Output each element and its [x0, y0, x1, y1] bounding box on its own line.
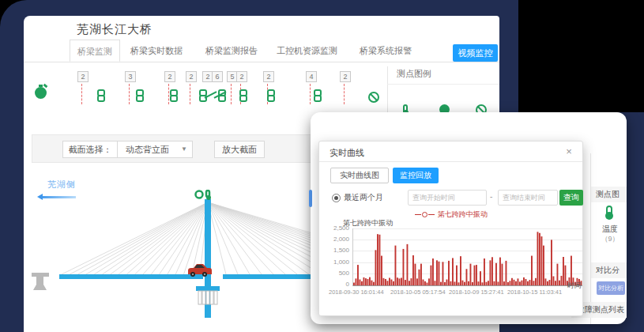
- recent-two-months-radio[interactable]: [332, 194, 341, 202]
- sensor-marker-line: [190, 84, 190, 104]
- chain-sensor-icon[interactable]: [239, 89, 247, 102]
- y-axis-tick: 1,500: [322, 247, 349, 254]
- legend-label: 第七跨跨中振动: [438, 210, 488, 218]
- section-dropdown-value: 动态背立面: [126, 145, 169, 154]
- chain-sensor-icon[interactable]: [267, 89, 275, 102]
- panel-divider: [387, 66, 388, 112]
- query-start-time-input[interactable]: [408, 190, 487, 206]
- playback-tab[interactable]: 监控回放: [393, 168, 439, 183]
- anemometer-icon[interactable]: [35, 87, 47, 99]
- x-axis-tick: 2018-10-09 15:27:41: [449, 289, 510, 296]
- bridge-deck-left: [59, 274, 203, 279]
- tab-bridge-monitor[interactable]: 桥梁监测: [70, 40, 120, 62]
- sensor-count-badge: 6: [212, 71, 223, 82]
- x-axis-title: 时间: [567, 281, 582, 291]
- sensor-marker-line: [231, 84, 232, 104]
- query-end-time-input[interactable]: [498, 190, 558, 206]
- bridge-pier-cap: [196, 286, 220, 291]
- sensor-marker-line: [168, 84, 169, 104]
- temperature-label: 温度: [600, 224, 620, 235]
- chain-sensor-icon[interactable]: [136, 89, 144, 102]
- sensor-marker-line: [81, 84, 82, 104]
- sensor-count-badge: 4: [306, 71, 317, 82]
- date-range-separator: -: [490, 192, 492, 201]
- chart-bars: [353, 228, 582, 285]
- tab-system-alarm[interactable]: 桥梁系统报警: [360, 40, 412, 62]
- sensor-count-badge: 2: [186, 71, 197, 82]
- chevron-down-icon: ▼: [181, 141, 187, 157]
- legend-marker-icon: [422, 212, 427, 217]
- sensor-count-badge: 3: [125, 71, 136, 82]
- tab-bar: 桥梁监测 桥梁实时数据 桥梁监测报告 工控机资源监测 桥梁系统报警 视频监控: [24, 40, 499, 62]
- realtime-curve-modal: 实时曲线 × 实时曲线图 监控回放 最近两个月 - 查询 第七跨跨中振动 第七跨…: [318, 141, 583, 316]
- no-entry-icon[interactable]: [368, 92, 379, 103]
- sensor-marker-line: [344, 84, 345, 104]
- tab-realtime-data[interactable]: 桥梁实时数据: [130, 40, 183, 62]
- y-axis-tick: 2,000: [322, 236, 349, 243]
- legend-panel-header: 测点图例: [591, 187, 627, 202]
- chain-sensor-icon[interactable]: [170, 89, 178, 102]
- desktop-black-region: [518, 0, 644, 112]
- thermometer-icon[interactable]: [606, 206, 612, 218]
- zoom-section-button[interactable]: 放大截面: [214, 141, 265, 158]
- scrollbar-thumb[interactable]: [309, 190, 312, 207]
- sensor-count-badge: 2: [340, 71, 351, 82]
- y-axis-tick: 0: [322, 281, 349, 288]
- page-title: 芜湖长江大桥: [77, 22, 153, 37]
- chart-plot-area: [352, 228, 582, 286]
- video-monitor-button[interactable]: 视频监控: [453, 44, 498, 62]
- chain-sensor-icon[interactable]: [314, 89, 322, 102]
- compare-analysis-header: 对比分析: [591, 262, 627, 278]
- section-select-label: 截面选择：: [62, 141, 118, 158]
- tab-monitor-report[interactable]: 桥梁监测报告: [205, 40, 258, 62]
- legend-marker-icon: [428, 214, 435, 215]
- bridge-side-label: 芜湖侧: [47, 179, 76, 191]
- sensor-count-badge: 2: [164, 71, 175, 82]
- legend-panel-underline: [387, 84, 499, 85]
- bridge-pier-footing: [198, 291, 217, 304]
- screen: 芜湖长江大桥 桥梁监测 桥梁实时数据 桥梁监测报告 工控机资源监测 桥梁系统报警…: [0, 0, 644, 332]
- chain-sensor-icon[interactable]: [97, 89, 105, 102]
- legend-marker-icon: [415, 214, 421, 215]
- chart-title: 第七跨跨中振动: [343, 218, 393, 228]
- panel-divider: [590, 153, 591, 324]
- recent-two-months-label: 最近两个月: [344, 192, 383, 203]
- y-axis-tick: 2,500: [322, 224, 349, 232]
- sensor-count-badge: 2: [236, 71, 247, 82]
- tab-ipc-resource[interactable]: 工控机资源监测: [277, 40, 337, 62]
- x-axis-tick: 2018-09-30 16:01:44: [329, 289, 390, 296]
- sensor-count-badge: 2: [263, 71, 274, 82]
- modal-header: 实时曲线 ×: [319, 141, 582, 162]
- x-axis-tick: 2018-10-15 11:03:41: [507, 289, 569, 296]
- query-button[interactable]: 查询: [559, 190, 583, 206]
- close-icon[interactable]: ×: [563, 145, 574, 157]
- sensor-count-badge: 2: [77, 71, 89, 82]
- modal-title: 实时曲线: [330, 147, 364, 159]
- temperature-count: （9）: [598, 234, 622, 244]
- y-axis-tick: 500: [322, 270, 349, 277]
- y-axis-tick: 1,000: [322, 258, 349, 266]
- legend-panel-title: 测点图例: [397, 68, 431, 80]
- bridge-abutment: [32, 273, 49, 290]
- x-axis-tick: 2018-10-05 05:17:54: [390, 289, 452, 296]
- sensor-marker-line: [129, 84, 130, 104]
- section-dropdown[interactable]: 动态背立面 ▼: [117, 141, 193, 158]
- compare-analysis-button[interactable]: 对比分析: [597, 281, 625, 295]
- sensor-marker-line: [310, 84, 311, 104]
- realtime-curve-tab[interactable]: 实时曲线图: [330, 168, 389, 183]
